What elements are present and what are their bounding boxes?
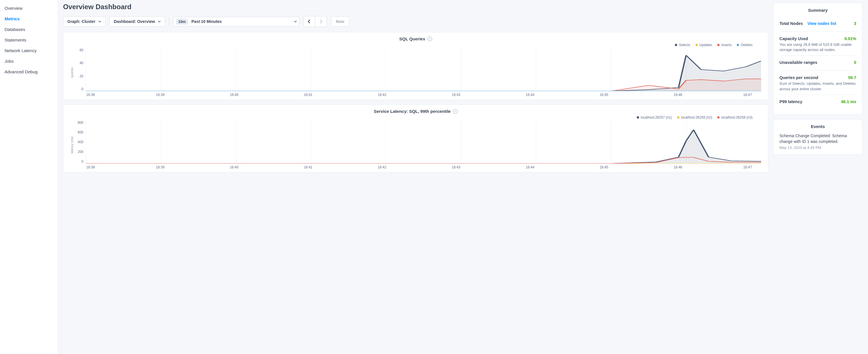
legend-dot-icon xyxy=(695,44,698,46)
chart-plot-area xyxy=(86,48,761,91)
toolbar: Graph: Cluster Dashboard: Overview 10m P… xyxy=(63,16,768,27)
chart-legend: SelectsUpdatesInsertsDeletes xyxy=(70,43,761,47)
next-time-button[interactable] xyxy=(315,16,327,27)
dashboard-dropdown[interactable]: Dashboard: Overview xyxy=(110,16,165,27)
legend-label: Inserts xyxy=(721,43,732,47)
dashboard-dropdown-label: Dashboard: Overview xyxy=(114,19,155,24)
chart-plot-area xyxy=(86,121,761,164)
now-button[interactable]: Now xyxy=(331,16,349,27)
summary-p99-value: 46.1 ms xyxy=(841,99,856,104)
chart-title: SQL Queries xyxy=(399,36,425,41)
sidebar: Overview Metrics Databases Statements Ne… xyxy=(0,0,57,354)
x-tick: 16:43 xyxy=(452,165,460,169)
sidebar-item-advanced-debug[interactable]: Advanced Debug xyxy=(0,66,57,77)
info-icon[interactable]: i xyxy=(428,37,432,41)
summary-total-nodes-label: Total Nodes xyxy=(779,21,803,26)
chart-title: Service Latency: SQL, 99th percentile xyxy=(374,109,451,114)
summary-card: Summary Total Nodes View nodes list 3 Ca… xyxy=(773,3,862,115)
x-tick: 16:38 xyxy=(86,93,95,97)
x-tick: 16:42 xyxy=(378,93,386,97)
sidebar-item-metrics[interactable]: Metrics xyxy=(0,13,57,24)
legend-dot-icon xyxy=(737,44,739,46)
legend-dot-icon xyxy=(717,116,719,119)
sidebar-item-statements[interactable]: Statements xyxy=(0,35,57,45)
view-nodes-link[interactable]: View nodes list xyxy=(807,21,836,26)
chart-legend: localhost:26257 (n1)localhost:26259 (n2)… xyxy=(70,116,761,120)
summary-qps-desc: Sum of Selects, Updates, Inserts, and De… xyxy=(779,81,856,91)
legend-label: Selects xyxy=(679,43,690,47)
x-tick: 16:42 xyxy=(378,165,386,169)
legend-label: localhost:26257 (n1) xyxy=(641,116,672,120)
x-tick: 16:41 xyxy=(304,93,312,97)
legend-item[interactable]: localhost:26257 (n1) xyxy=(637,116,672,120)
summary-p99-label: P99 latency xyxy=(779,99,802,104)
legend-item[interactable]: localhost:26259 (n2) xyxy=(677,116,712,120)
y-tick: 800 xyxy=(75,121,83,125)
legend-dot-icon xyxy=(637,116,639,119)
legend-item[interactable]: Selects xyxy=(675,43,690,47)
legend-item[interactable]: Updates xyxy=(695,43,712,47)
x-tick: 16:47 xyxy=(743,93,752,97)
chevron-left-icon xyxy=(308,20,311,24)
x-tick: 16:39 xyxy=(156,93,164,97)
event-text: Schema Change Completed: Schema change w… xyxy=(779,133,856,144)
legend-dot-icon xyxy=(717,44,719,46)
x-tick: 16:44 xyxy=(526,93,534,97)
graph-dropdown[interactable]: Graph: Cluster xyxy=(63,16,105,27)
summary-capacity-label: Capacity Used xyxy=(779,36,808,41)
legend-label: Deletes xyxy=(741,43,752,47)
x-axis-ticks: 16:3816:3916:4016:4116:4216:4316:4416:45… xyxy=(86,93,761,97)
events-title: Events xyxy=(779,124,856,129)
info-icon[interactable]: i xyxy=(453,109,458,114)
sidebar-item-jobs[interactable]: Jobs xyxy=(0,56,57,66)
chart-sql-queries: SQL Queries i SelectsUpdatesInsertsDelet… xyxy=(63,32,768,100)
y-tick: 0 xyxy=(75,87,83,91)
y-tick: 40 xyxy=(75,61,83,65)
legend-item[interactable]: Inserts xyxy=(717,43,732,47)
x-tick: 16:38 xyxy=(86,165,95,169)
chart-service-latency: Service Latency: SQL, 99th percentile i … xyxy=(63,104,768,172)
time-range-picker[interactable]: 10m Past 10 Minutes xyxy=(174,17,300,26)
legend-dot-icon xyxy=(677,116,679,119)
toolbar-divider xyxy=(169,18,169,25)
x-tick: 16:43 xyxy=(452,93,460,97)
x-tick: 16:46 xyxy=(674,93,682,97)
summary-total-nodes-value: 3 xyxy=(854,21,856,26)
time-range-label: Past 10 Minutes xyxy=(191,19,290,24)
y-axis-ticks: 6040200 xyxy=(75,48,86,91)
sidebar-item-databases[interactable]: Databases xyxy=(0,24,57,35)
y-tick: 60 xyxy=(75,48,83,52)
events-card: Events Schema Change Completed: Schema c… xyxy=(773,119,862,155)
legend-label: localhost:26259 (n2) xyxy=(681,116,712,120)
y-tick: 200 xyxy=(75,150,83,154)
sidebar-item-network-latency[interactable]: Network Latency xyxy=(0,45,57,56)
x-axis-ticks: 16:3816:3916:4016:4116:4216:4316:4416:45… xyxy=(86,165,761,169)
summary-unavailable-label: Unavailable ranges xyxy=(779,60,817,65)
x-tick: 16:40 xyxy=(230,93,239,97)
y-tick: 20 xyxy=(75,74,83,78)
y-tick: 600 xyxy=(75,130,83,134)
page-title: Overview Dashboard xyxy=(63,3,768,11)
x-tick: 16:46 xyxy=(674,165,682,169)
event-time: May 13, 2020 at 4:45 PM xyxy=(779,146,856,150)
x-tick: 16:40 xyxy=(230,165,239,169)
x-tick: 16:47 xyxy=(743,165,752,169)
prev-time-button[interactable] xyxy=(304,16,315,27)
sidebar-item-overview[interactable]: Overview xyxy=(0,3,57,13)
legend-item[interactable]: localhost:26258 (n3) xyxy=(717,116,752,120)
chevron-right-icon xyxy=(319,20,323,24)
time-nav-buttons xyxy=(304,16,327,27)
summary-qps-label: Queries per second xyxy=(779,75,818,80)
y-axis-ticks: 8006004002000 xyxy=(75,121,86,164)
x-tick: 16:39 xyxy=(156,165,164,169)
y-axis-label: latency (ms) xyxy=(70,136,74,154)
y-tick: 0 xyxy=(75,160,83,164)
summary-qps-value: 59.7 xyxy=(848,75,856,80)
x-tick: 16:41 xyxy=(304,165,312,169)
legend-dot-icon xyxy=(675,44,677,46)
graph-dropdown-label: Graph: Cluster xyxy=(67,19,95,24)
summary-capacity-value: 0.01% xyxy=(844,36,856,41)
x-tick: 16:45 xyxy=(600,165,608,169)
chevron-down-icon xyxy=(98,21,101,22)
legend-item[interactable]: Deletes xyxy=(737,43,752,47)
